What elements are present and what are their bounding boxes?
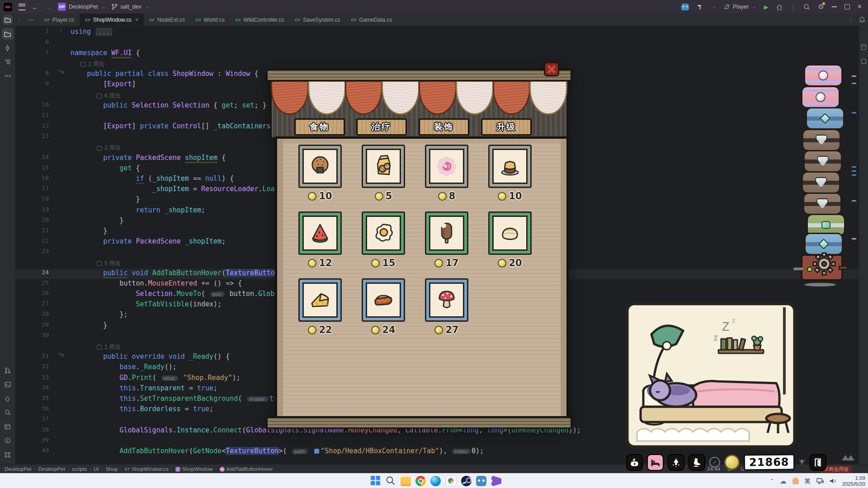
breadcrumb-item[interactable]: CShopWindow (175, 466, 213, 472)
taskbar-icon-photos[interactable] (445, 475, 457, 487)
window-minimize-button[interactable] (832, 6, 837, 7)
shop-item-popsicle[interactable]: 17 (425, 211, 468, 268)
chest-silver[interactable] (803, 150, 842, 173)
code-line[interactable]: 6 (15, 38, 859, 49)
tab-gamedata-cs[interactable]: C#GameData.cs (346, 14, 398, 26)
sidebar-item-vcs[interactable] (2, 365, 14, 376)
override-gutter-icon[interactable]: ^o (55, 352, 67, 363)
shop-item-naruto-swirl[interactable]: 8 (425, 145, 468, 202)
ime-indicator[interactable]: 英 (805, 477, 811, 485)
chest-diamond[interactable] (806, 107, 844, 130)
run-button[interactable]: ▶ (764, 4, 769, 10)
debug-button[interactable] (776, 4, 783, 10)
breadcrumb-item[interactable]: mAddTabButtonHover (220, 466, 273, 472)
fold-icon[interactable]: › (55, 28, 67, 38)
sidebar-item-services[interactable] (2, 449, 14, 460)
hidden-icons-button[interactable]: ⌃ (770, 478, 774, 484)
chest-silver[interactable] (803, 192, 842, 215)
back-icon[interactable]: ← (32, 3, 38, 11)
door-button[interactable] (810, 454, 826, 471)
volume-icon[interactable] (830, 478, 836, 484)
godot-engine-icon[interactable] (681, 4, 689, 10)
code-line[interactable]: 1›using ... (15, 28, 859, 38)
toilet-button[interactable] (689, 454, 705, 471)
tab-shopwindow-cs[interactable]: C#ShopWindow.cs× (80, 14, 144, 26)
main-menu-icon[interactable] (19, 4, 25, 10)
vcs-widget[interactable]: salt_dev ⌄ (112, 4, 149, 10)
tab-player-cs[interactable]: C#Player.cs (39, 14, 80, 26)
chevron-down-icon[interactable]: ⌄ (712, 5, 716, 9)
shop-close-button[interactable] (544, 62, 559, 76)
shop-item-fried-egg[interactable]: 15 (362, 211, 405, 268)
tab-world-cs[interactable]: C#World.cs (190, 14, 230, 26)
sidebar-item-commit[interactable] (2, 42, 14, 54)
project-widget[interactable]: DP DesktopPet ⌄ (58, 3, 105, 11)
breadcrumbs[interactable]: DesktopPet›DesktopPet›scripts›UI›Shop›C#… (0, 466, 273, 472)
bed-button[interactable] (647, 454, 664, 471)
sidebar-item-build[interactable] (2, 421, 14, 432)
tab-savesystem-cs[interactable]: C#SaveSystem.cs (290, 14, 346, 26)
run-config-widget[interactable]: Player ⌄ (724, 4, 756, 10)
tab-close-icon[interactable]: × (135, 17, 138, 23)
taskbar-icon-steam[interactable] (461, 476, 472, 486)
search-everywhere-icon[interactable] (803, 4, 810, 10)
tab-wildcontroller-cs[interactable]: C#WildController.cs (230, 14, 290, 26)
chest-pearl[interactable] (804, 64, 843, 87)
shop-item-pudding[interactable]: 10 (488, 145, 532, 202)
taskbar-icon-file-explorer[interactable] (401, 476, 411, 486)
shop-item-mushroom[interactable]: 27 (425, 278, 468, 335)
tab-options-icon[interactable]: ⋮ (848, 17, 854, 23)
shop-item-bread[interactable]: 20 (488, 211, 532, 268)
sidebar-item-project[interactable] (2, 28, 14, 40)
breadcrumb-item[interactable]: scripts (72, 466, 87, 472)
sidebar-item-more[interactable] (2, 70, 14, 82)
pet-room-window[interactable]: z Z z (625, 302, 797, 449)
notifications-bell-icon[interactable] (859, 16, 865, 23)
sidebar-item-terminal[interactable] (2, 379, 14, 390)
desktop-pet-tray-icon[interactable] (793, 479, 799, 484)
taskbar-icon-godot[interactable] (476, 476, 486, 486)
breadcrumb-item[interactable]: DesktopPet (38, 466, 65, 472)
breadcrumb-item[interactable]: UI (94, 466, 99, 472)
window-maximize-button[interactable] (844, 4, 850, 9)
taskbar-icon-search[interactable] (386, 476, 396, 486)
taskbar-icon-visual-studio[interactable] (491, 476, 501, 486)
lamp-button[interactable] (668, 454, 684, 471)
flying-machine[interactable] (801, 254, 843, 281)
hide-toolwindow-icon[interactable]: — (24, 14, 39, 26)
chest-pearl[interactable] (801, 86, 840, 108)
sidebar-item-debug[interactable] (2, 393, 14, 404)
network-icon[interactable] (816, 478, 824, 484)
override-gutter-icon[interactable]: ^o (55, 70, 67, 80)
onedrive-icon[interactable]: ☁ (780, 477, 787, 485)
taskbar-icon-edge[interactable] (430, 476, 441, 486)
project-toolwindow-button[interactable] (0, 14, 15, 26)
build-hammer-icon[interactable] (697, 4, 703, 10)
shop-item-cookie-bag[interactable]: 5 (362, 145, 405, 202)
sidebar-item-problems[interactable] (2, 435, 14, 446)
shop-item-cheese[interactable]: 22 (298, 278, 342, 335)
gradle-icon[interactable] (861, 58, 867, 64)
breadcrumb-item[interactable]: Shop (106, 466, 118, 472)
shop-item-onigiri[interactable]: 10 (298, 145, 342, 202)
taskbar-icon-chrome[interactable] (415, 476, 426, 486)
tray-clock[interactable]: 1:09 2025/5/20 (842, 475, 865, 487)
check-circle-icon[interactable]: ✓ (709, 457, 720, 468)
window-close-button[interactable]: × (858, 3, 862, 11)
tab-nodeext-cs[interactable]: C#NodeExt.cs (144, 14, 190, 26)
sidebar-item-structure[interactable] (2, 56, 14, 68)
sidebar-item-find[interactable] (2, 407, 14, 418)
code-line[interactable]: 7namespace WF.UI { (15, 49, 859, 59)
shop-item-hotdog[interactable]: 24 (362, 278, 405, 335)
breadcrumb-item[interactable]: C#ShopWindow.cs (125, 466, 169, 472)
taskbar-icon-start[interactable] (371, 476, 381, 486)
chest-silver[interactable] (802, 129, 841, 151)
shop-item-watermelon[interactable]: 12 (298, 211, 342, 268)
database-icon[interactable] (861, 44, 867, 50)
chest-silver[interactable] (802, 171, 840, 194)
breadcrumb-item[interactable]: DesktopPet (5, 466, 31, 472)
settings-gear-icon[interactable]: ⚙ (818, 3, 824, 11)
mailbox-button[interactable] (626, 454, 643, 471)
forward-icon[interactable]: → (45, 3, 52, 11)
more-actions-icon[interactable]: ⋮ (790, 4, 796, 10)
